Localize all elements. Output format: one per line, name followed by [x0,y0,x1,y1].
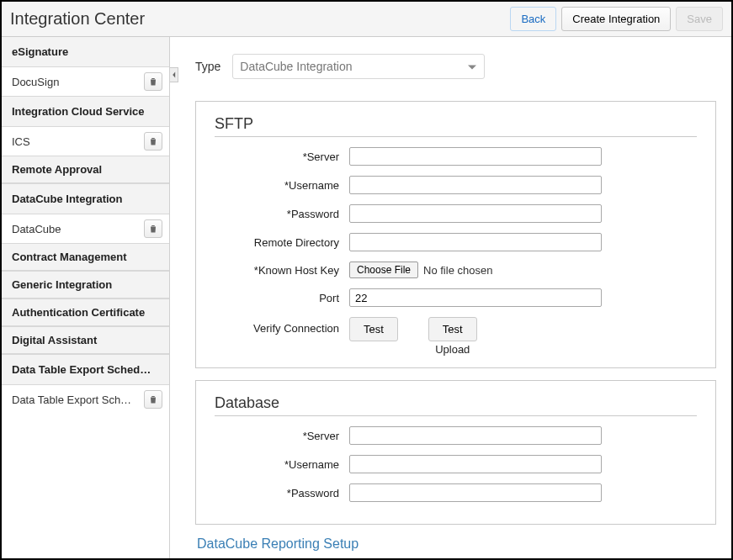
test-button[interactable]: Test [349,317,398,341]
type-select[interactable]: DataCube Integration [232,54,485,79]
database-panel: Database *Server *Username *Password [195,380,716,525]
sidebar-group-generic[interactable]: Generic Integration [2,271,169,298]
body: eSignature DocuSign Integration Cloud Se… [2,37,731,558]
main: Type DataCube Integration SFTP *Server *… [170,37,731,558]
sidebar-group-remoteapproval[interactable]: Remote Approval [2,156,169,183]
type-label: Type [195,60,220,73]
sidebar-group-datacube[interactable]: DataCube Integration [2,183,169,214]
sidebar-item-docusign[interactable]: DocuSign [2,67,169,96]
page-title: Integration Center [10,9,145,29]
sidebar-group-digitalassistant[interactable]: Digital Assistant [2,326,169,354]
sidebar-group-esignature[interactable]: eSignature [2,37,169,67]
divider [215,415,697,416]
app-frame: Integration Center Back Create Integrati… [0,0,733,560]
trash-icon[interactable] [144,132,162,151]
sidebar-item-datacube[interactable]: DataCube [2,214,169,243]
sftp-panel: SFTP *Server *Username *Password Remote … [195,101,716,368]
header-buttons: Back Create Integration Save [510,7,723,31]
sidebar-item-ics[interactable]: ICS [2,127,169,156]
sftp-remotedir-input[interactable] [349,233,602,251]
file-chosen-label: No file chosen [423,264,492,277]
db-username-label: *Username [215,458,349,471]
sidebar-group-datatable[interactable]: Data Table Export Sched… [2,354,169,385]
trash-icon[interactable] [144,390,162,409]
database-heading: Database [215,394,697,412]
verify-connection-label: Verify Connection [215,317,349,335]
sidebar-item-label: DataCube [12,223,61,235]
sidebar-item-datatable[interactable]: Data Table Export Sch… [2,385,169,414]
choose-file-button[interactable]: Choose File [349,262,418,278]
header: Integration Center Back Create Integrati… [2,2,731,37]
create-integration-button[interactable]: Create Integration [561,7,671,31]
db-username-input[interactable] [349,455,602,473]
sftp-hostkey-label: *Known Host Key [215,264,349,277]
divider [215,136,697,137]
back-button[interactable]: Back [510,7,556,31]
db-password-label: *Password [215,487,349,499]
sidebar-group-authcert[interactable]: Authentication Certificate [2,298,169,326]
sftp-server-input[interactable] [349,147,602,166]
sftp-heading: SFTP [215,115,697,133]
sidebar-group-ics[interactable]: Integration Cloud Service [2,96,169,127]
type-row: Type DataCube Integration [195,54,716,79]
sidebar-item-label: ICS [12,135,30,148]
sidebar-collapse-toggle[interactable] [170,67,178,82]
sftp-username-label: *Username [215,179,349,192]
sftp-port-label: Port [215,292,349,304]
upload-sublabel: Upload [435,343,470,356]
sidebar-group-contract[interactable]: Contract Management [2,243,169,271]
sidebar-item-label: Data Table Export Sch… [12,394,131,406]
db-password-input[interactable] [349,483,602,502]
test-upload-button[interactable]: Test [428,317,477,341]
trash-icon[interactable] [144,219,162,238]
sftp-password-input[interactable] [349,204,602,223]
sftp-remotedir-label: Remote Directory [215,236,349,249]
type-select-wrap: DataCube Integration [232,54,485,79]
sftp-port-input[interactable] [349,288,602,307]
db-server-label: *Server [215,430,349,442]
sidebar-item-label: DocuSign [12,76,59,88]
sftp-password-label: *Password [215,208,349,220]
save-button: Save [676,7,723,31]
reporting-setup-link[interactable]: DataCube Reporting Setup [197,536,716,552]
sftp-server-label: *Server [215,151,349,163]
db-server-input[interactable] [349,426,602,445]
sidebar: eSignature DocuSign Integration Cloud Se… [2,37,170,558]
sftp-username-input[interactable] [349,176,602,194]
trash-icon[interactable] [144,72,162,91]
